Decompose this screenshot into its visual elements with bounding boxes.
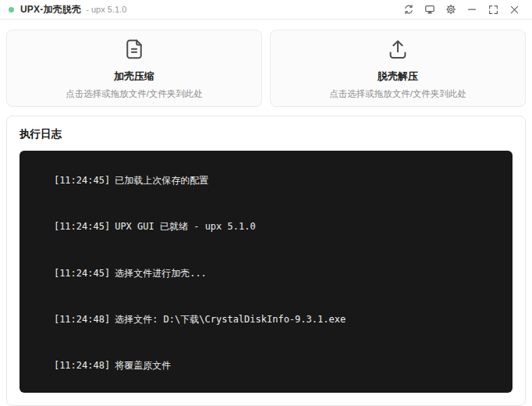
log-line-text: 将覆盖原文件 bbox=[115, 360, 171, 371]
unpack-dropzone-title: 脱壳解压 bbox=[378, 69, 418, 84]
upload-icon bbox=[386, 37, 410, 64]
log-line: [11:24:48]将覆盖原文件 bbox=[31, 344, 501, 390]
status-dot bbox=[9, 7, 14, 12]
log-line: [11:24:45]已加载上次保存的配置 bbox=[31, 158, 501, 204]
log-line: [11:24:48]开始加壳压缩... bbox=[31, 390, 501, 393]
file-icon bbox=[122, 37, 146, 64]
display-icon[interactable] bbox=[421, 2, 438, 17]
dropzone-row: 加壳压缩 点击选择或拖放文件/文件夹到此处 脱壳解压 点击选择或拖放文件/文件夹… bbox=[6, 30, 526, 107]
window-version: - upx 5.1.0 bbox=[86, 5, 126, 14]
pack-dropzone-title: 加壳压缩 bbox=[114, 69, 154, 84]
log-line-time: [11:24:45] bbox=[54, 175, 110, 186]
gear-icon[interactable] bbox=[442, 2, 459, 17]
log-line-time: [11:24:48] bbox=[54, 314, 110, 325]
log-line-time: [11:24:45] bbox=[54, 268, 110, 279]
window-title: UPX-加壳脱壳 bbox=[20, 3, 81, 16]
log-panel: 执行日志 [11:24:45]已加载上次保存的配置 [11:24:45]UPX … bbox=[6, 116, 526, 406]
log-line-time: [11:24:48] bbox=[54, 360, 110, 371]
log-line-text: 选择文件进行加壳... bbox=[115, 268, 207, 279]
unpack-dropzone[interactable]: 脱壳解压 点击选择或拖放文件/文件夹到此处 bbox=[270, 30, 526, 107]
main-content: 加壳压缩 点击选择或拖放文件/文件夹到此处 脱壳解压 点击选择或拖放文件/文件夹… bbox=[0, 20, 532, 406]
log-line-time: [11:24:45] bbox=[54, 221, 110, 232]
log-line-text: UPX GUI 已就绪 - upx 5.1.0 bbox=[115, 221, 256, 232]
log-line: [11:24:48]选择文件: D:\下载\CrystalDiskInfo-9.… bbox=[31, 297, 501, 343]
close-icon[interactable] bbox=[505, 2, 523, 17]
pack-dropzone[interactable]: 加壳压缩 点击选择或拖放文件/文件夹到此处 bbox=[6, 30, 262, 107]
minimize-icon[interactable] bbox=[463, 2, 481, 17]
pack-dropzone-subtitle: 点击选择或拖放文件/文件夹到此处 bbox=[66, 88, 203, 100]
console[interactable]: [11:24:45]已加载上次保存的配置 [11:24:45]UPX GUI 已… bbox=[20, 151, 512, 393]
unpack-dropzone-subtitle: 点击选择或拖放文件/文件夹到此处 bbox=[329, 88, 466, 100]
log-line: [11:24:45]UPX GUI 已就绪 - upx 5.1.0 bbox=[31, 204, 501, 250]
maximize-icon[interactable] bbox=[484, 2, 502, 17]
log-line: [11:24:45]选择文件进行加壳... bbox=[31, 251, 501, 297]
sync-icon[interactable] bbox=[400, 2, 417, 17]
log-line-text: 选择文件: D:\下载\CrystalDiskInfo-9.3.1.exe bbox=[115, 314, 346, 325]
log-panel-title: 执行日志 bbox=[20, 127, 512, 141]
log-line-text: 已加载上次保存的配置 bbox=[115, 175, 208, 186]
titlebar: UPX-加壳脱壳 - upx 5.1.0 bbox=[0, 0, 532, 20]
